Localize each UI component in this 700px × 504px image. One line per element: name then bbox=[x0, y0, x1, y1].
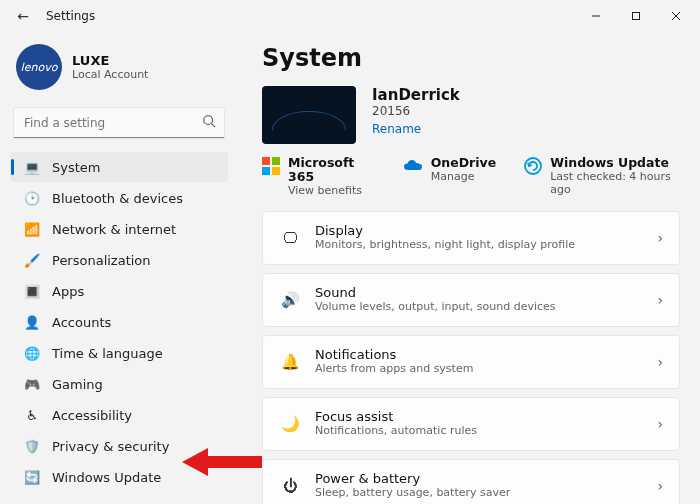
nav-label: Privacy & security bbox=[52, 439, 169, 454]
profile-block[interactable]: lenovo LUXE Local Account bbox=[10, 38, 228, 100]
nav-label: Gaming bbox=[52, 377, 103, 392]
update-icon bbox=[524, 156, 542, 176]
card-title: Focus assist bbox=[315, 410, 657, 425]
device-thumbnail bbox=[262, 86, 356, 144]
search-input[interactable] bbox=[14, 108, 224, 138]
sidebar-item-time-language[interactable]: 🌐Time & language bbox=[10, 338, 228, 368]
card-icon: 🌙 bbox=[279, 415, 301, 433]
avatar: lenovo bbox=[16, 44, 62, 90]
card-title: Display bbox=[315, 224, 657, 239]
search-icon bbox=[202, 114, 216, 131]
chevron-right-icon: › bbox=[657, 230, 663, 246]
status-ms365[interactable]: Microsoft 365 View benefits bbox=[262, 156, 375, 197]
card-title: Power & battery bbox=[315, 472, 657, 487]
main: System IanDerrick 20156 Rename Microsoft… bbox=[238, 32, 700, 504]
nav-icon: 💻 bbox=[24, 159, 40, 175]
card-sub: Notifications, automatic rules bbox=[315, 424, 657, 437]
nav-label: Bluetooth & devices bbox=[52, 191, 183, 206]
svg-line-5 bbox=[212, 124, 216, 128]
settings-card-notifications[interactable]: 🔔 Notifications Alerts from apps and sys… bbox=[262, 335, 680, 389]
sidebar-item-network-internet[interactable]: 📶Network & internet bbox=[10, 214, 228, 244]
status-title: OneDrive bbox=[431, 156, 496, 170]
status-update[interactable]: Windows Update Last checked: 4 hours ago bbox=[524, 156, 680, 197]
sidebar-item-apps[interactable]: 🔳Apps bbox=[10, 276, 228, 306]
close-button[interactable] bbox=[656, 2, 696, 30]
settings-card-sound[interactable]: 🔊 Sound Volume levels, output, input, so… bbox=[262, 273, 680, 327]
nav-icon: 🖌️ bbox=[24, 252, 40, 268]
profile-sub: Local Account bbox=[72, 68, 148, 81]
nav-icon: 🛡️ bbox=[24, 438, 40, 454]
nav-label: Time & language bbox=[52, 346, 163, 361]
card-icon: 🔊 bbox=[279, 291, 301, 309]
device-block: IanDerrick 20156 Rename bbox=[262, 86, 680, 144]
nav-icon: 📶 bbox=[24, 221, 40, 237]
search-wrap bbox=[14, 108, 224, 138]
back-button[interactable]: ← bbox=[4, 8, 42, 24]
sidebar: lenovo LUXE Local Account 💻System🕑Blueto… bbox=[0, 32, 238, 504]
sidebar-item-accounts[interactable]: 👤Accounts bbox=[10, 307, 228, 337]
nav-icon: 👤 bbox=[24, 314, 40, 330]
maximize-button[interactable] bbox=[616, 2, 656, 30]
svg-point-6 bbox=[525, 158, 541, 174]
nav-label: Apps bbox=[52, 284, 84, 299]
chevron-right-icon: › bbox=[657, 292, 663, 308]
microsoft-logo-icon bbox=[262, 156, 280, 176]
device-model: 20156 bbox=[372, 104, 460, 118]
sidebar-item-privacy-security[interactable]: 🛡️Privacy & security bbox=[10, 431, 228, 461]
sidebar-item-personalization[interactable]: 🖌️Personalization bbox=[10, 245, 228, 275]
settings-card-display[interactable]: 🖵 Display Monitors, brightness, night li… bbox=[262, 211, 680, 265]
device-name: IanDerrick bbox=[372, 86, 460, 104]
nav-label: Accounts bbox=[52, 315, 111, 330]
card-sub: Alerts from apps and system bbox=[315, 362, 657, 375]
settings-card-power-battery[interactable]: ⏻ Power & battery Sleep, battery usage, … bbox=[262, 459, 680, 505]
nav-label: Personalization bbox=[52, 253, 151, 268]
svg-point-4 bbox=[204, 116, 213, 125]
nav-label: System bbox=[52, 160, 100, 175]
rename-link[interactable]: Rename bbox=[372, 122, 421, 136]
nav-label: Accessibility bbox=[52, 408, 132, 423]
card-sub: Sleep, battery usage, battery saver bbox=[315, 486, 657, 499]
nav-icon: 🎮 bbox=[24, 376, 40, 392]
onedrive-icon bbox=[403, 156, 423, 176]
status-row: Microsoft 365 View benefits OneDrive Man… bbox=[262, 156, 680, 197]
chevron-right-icon: › bbox=[657, 416, 663, 432]
settings-card-focus-assist[interactable]: 🌙 Focus assist Notifications, automatic … bbox=[262, 397, 680, 451]
card-title: Sound bbox=[315, 286, 657, 301]
sidebar-item-system[interactable]: 💻System bbox=[10, 152, 228, 182]
card-sub: Volume levels, output, input, sound devi… bbox=[315, 300, 657, 313]
status-onedrive[interactable]: OneDrive Manage bbox=[403, 156, 496, 197]
sidebar-item-windows-update[interactable]: 🔄Windows Update bbox=[10, 462, 228, 492]
sidebar-item-accessibility[interactable]: ♿Accessibility bbox=[10, 400, 228, 430]
settings-list: 🖵 Display Monitors, brightness, night li… bbox=[262, 211, 680, 505]
page-heading: System bbox=[262, 44, 680, 72]
sidebar-item-bluetooth-devices[interactable]: 🕑Bluetooth & devices bbox=[10, 183, 228, 213]
window-title: Settings bbox=[46, 9, 95, 23]
card-icon: 🔔 bbox=[279, 353, 301, 371]
status-sub: Last checked: 4 hours ago bbox=[550, 170, 680, 196]
nav-icon: 🕑 bbox=[24, 190, 40, 206]
minimize-button[interactable] bbox=[576, 2, 616, 30]
nav-label: Windows Update bbox=[52, 470, 161, 485]
nav-label: Network & internet bbox=[52, 222, 176, 237]
nav-icon: ♿ bbox=[24, 407, 40, 423]
card-title: Notifications bbox=[315, 348, 657, 363]
profile-name: LUXE bbox=[72, 53, 148, 68]
card-icon: 🖵 bbox=[279, 229, 301, 247]
nav-icon: 🔄 bbox=[24, 469, 40, 485]
status-title: Windows Update bbox=[550, 156, 680, 170]
status-title: Microsoft 365 bbox=[288, 156, 375, 184]
chevron-right-icon: › bbox=[657, 354, 663, 370]
status-sub: View benefits bbox=[288, 184, 375, 197]
nav: 💻System🕑Bluetooth & devices📶Network & in… bbox=[10, 152, 228, 492]
chevron-right-icon: › bbox=[657, 478, 663, 494]
sidebar-item-gaming[interactable]: 🎮Gaming bbox=[10, 369, 228, 399]
card-sub: Monitors, brightness, night light, displ… bbox=[315, 238, 657, 251]
nav-icon: 🔳 bbox=[24, 283, 40, 299]
titlebar: ← Settings bbox=[0, 0, 700, 32]
card-icon: ⏻ bbox=[279, 477, 301, 495]
status-sub: Manage bbox=[431, 170, 496, 183]
svg-rect-1 bbox=[633, 13, 640, 20]
nav-icon: 🌐 bbox=[24, 345, 40, 361]
